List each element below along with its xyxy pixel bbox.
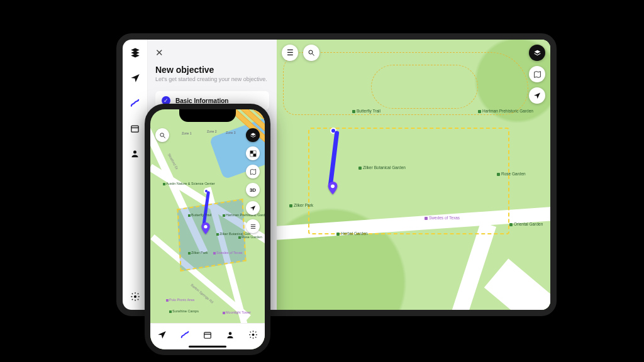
poi-herbal: Herbal Garden bbox=[336, 231, 368, 236]
poi-swedes: Swedes of Texas bbox=[425, 216, 460, 220]
poi-butterfly: Butterfly Trail bbox=[352, 109, 380, 113]
poi-moonlight: Moonlight Tower bbox=[223, 310, 251, 314]
3d-toggle[interactable]: 3D bbox=[246, 183, 260, 197]
map-mode-icon[interactable] bbox=[529, 66, 545, 82]
search-icon[interactable] bbox=[303, 45, 319, 61]
poi-zilker: Zilker Park bbox=[188, 251, 208, 255]
zone-label: Zone 1 bbox=[182, 131, 192, 135]
zone-label: Zone 2 bbox=[207, 129, 217, 133]
route-icon[interactable] bbox=[128, 96, 142, 110]
flag-icon[interactable] bbox=[246, 146, 260, 160]
poi-botanical: Zilker Botanical Garden bbox=[358, 165, 406, 170]
profile-icon[interactable] bbox=[128, 146, 142, 160]
svg-point-7 bbox=[204, 225, 207, 228]
navigate-icon[interactable] bbox=[128, 71, 142, 85]
poi-sunshine: Sunshine Camps bbox=[169, 309, 199, 313]
search-icon[interactable] bbox=[155, 128, 169, 142]
svg-line-9 bbox=[163, 136, 165, 138]
phone-device: Zone 1 Zone 2 Zone 3 Stratford Dr Barton… bbox=[145, 104, 270, 355]
svg-line-6 bbox=[313, 54, 314, 56]
svg-point-8 bbox=[160, 133, 164, 136]
locate-icon[interactable] bbox=[529, 87, 545, 104]
layers-icon[interactable] bbox=[246, 128, 260, 142]
svg-point-5 bbox=[309, 50, 313, 54]
calendar-icon[interactable] bbox=[128, 121, 142, 135]
destination-pin-icon bbox=[201, 222, 212, 234]
tab-settings[interactable] bbox=[247, 329, 260, 341]
menu-icon[interactable]: ☰ bbox=[282, 45, 298, 61]
poi-rose: Rose Garden bbox=[497, 172, 526, 176]
destination-pin-icon bbox=[327, 182, 338, 193]
close-icon[interactable]: ✕ bbox=[155, 47, 164, 58]
panel-subtitle: Let's get started creating your new obje… bbox=[155, 76, 269, 82]
section-label: Basic Information bbox=[175, 97, 228, 104]
phone-map[interactable]: Zone 1 Zone 2 Zone 3 Stratford Dr Barton… bbox=[150, 109, 265, 349]
settings-icon[interactable] bbox=[128, 290, 142, 304]
poi-hartman: Hartman Prehistoric Garden bbox=[478, 109, 533, 113]
poi-butterfly: Butterfly Trail bbox=[188, 213, 211, 217]
phone-map-controls-left bbox=[155, 128, 169, 142]
locate-icon[interactable] bbox=[246, 201, 260, 215]
svg-point-16 bbox=[229, 332, 232, 335]
svg-point-2 bbox=[133, 150, 136, 153]
list-icon[interactable] bbox=[246, 219, 260, 233]
svg-rect-0 bbox=[131, 126, 138, 132]
tab-calendar[interactable] bbox=[201, 329, 214, 341]
poi-zilker: Zilker Park bbox=[289, 203, 313, 207]
poi-swedes: Swedes of Texas bbox=[213, 251, 242, 255]
phone-tabbar bbox=[150, 323, 265, 349]
tablet-sidebar bbox=[123, 40, 148, 310]
tab-profile[interactable] bbox=[224, 329, 236, 341]
svg-point-17 bbox=[252, 334, 255, 336]
phone-map-controls-right: 3D bbox=[246, 128, 260, 233]
poi-rose: Rose Garden bbox=[238, 235, 262, 239]
svg-point-4 bbox=[331, 184, 335, 188]
svg-rect-14 bbox=[204, 332, 211, 337]
poi-picnic: Polo Picnic Area bbox=[166, 298, 194, 302]
tablet-map[interactable]: Butterfly Trail Hartman Prehistoric Gard… bbox=[277, 40, 550, 310]
zone-label: Zone 3 bbox=[226, 131, 236, 134]
tablet-map-controls-left: ☰ bbox=[282, 45, 319, 61]
map-mode-icon[interactable] bbox=[246, 165, 260, 178]
tablet-map-controls-right bbox=[529, 45, 545, 104]
svg-point-3 bbox=[134, 295, 136, 298]
layers-icon[interactable] bbox=[529, 45, 545, 61]
objective-boundary bbox=[308, 128, 509, 234]
poi-oriental: Oriental Garden bbox=[509, 222, 543, 226]
tab-route[interactable] bbox=[179, 329, 191, 341]
logo-icon bbox=[128, 46, 142, 60]
phone-notch bbox=[179, 109, 236, 122]
map-trail bbox=[371, 65, 478, 109]
home-indicator bbox=[189, 346, 226, 348]
tab-navigate[interactable] bbox=[155, 329, 168, 341]
poi-nature-center: Austin Nature & Science Center bbox=[163, 182, 215, 185]
panel-title: New objective bbox=[155, 65, 269, 75]
